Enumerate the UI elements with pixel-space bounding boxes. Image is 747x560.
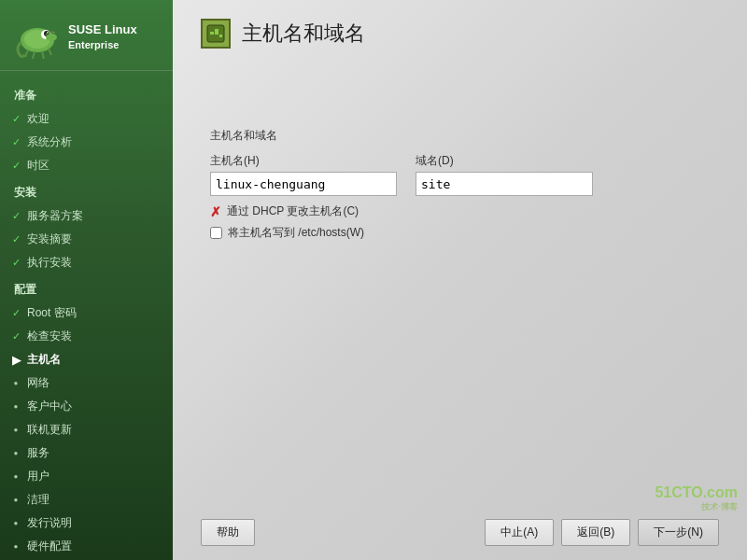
check-icon: ✓ (9, 233, 22, 245)
help-button[interactable]: 帮助 (201, 519, 255, 546)
domain-label: 域名(D) (416, 153, 593, 169)
nav-section-prepare: 准备 (0, 80, 173, 107)
check-icon: ✓ (9, 330, 22, 343)
sidebar-item-timezone[interactable]: ✓ 时区 (0, 154, 173, 177)
sidebar-item-services[interactable]: ● 服务 (0, 441, 173, 465)
svg-rect-12 (215, 29, 218, 35)
dot-icon: ● (9, 542, 22, 551)
main-content: 主机名和域名 主机名和域名 主机名(H) 域名(D) ✗ 通过 DHCP 更改主… (173, 0, 747, 560)
brand-text: SUSE Linux Enterprise (68, 22, 137, 51)
sidebar-item-release-notes[interactable]: ● 发行说明 (0, 511, 173, 535)
form-row-inputs: 主机名(H) 域名(D) (210, 153, 710, 196)
svg-line-7 (42, 51, 44, 59)
dot-icon: ● (9, 496, 22, 504)
main-header: 主机名和域名 (173, 0, 747, 63)
sidebar-item-hardware-config[interactable]: ● 硬件配置 (0, 535, 173, 558)
hosts-checkbox[interactable] (210, 227, 222, 239)
main-footer: 帮助 中止(A) 返回(B) 下一步(N) (173, 505, 747, 560)
check-icon: ✓ (9, 257, 22, 269)
sidebar-item-check-install[interactable]: ✓ 检查安装 (0, 325, 173, 348)
dot-icon: ● (9, 449, 22, 457)
sidebar-item-do-install[interactable]: ✓ 执行安装 (0, 251, 173, 274)
cancel-button[interactable]: 中止(A) (485, 519, 554, 546)
sidebar-item-hostname[interactable]: ▶ 主机名 (0, 348, 173, 371)
svg-point-9 (46, 34, 57, 41)
hosts-checkbox-item: 将主机名写到 /etc/hosts(W) (210, 225, 710, 241)
sidebar-item-server-plan[interactable]: ✓ 服务器方案 (0, 204, 173, 228)
sidebar-item-network[interactable]: ● 网络 (0, 371, 173, 395)
hostname-label: 主机名(H) (210, 153, 397, 169)
footer-right: 中止(A) 返回(B) 下一步(N) (485, 519, 719, 546)
nav-section-config: 配置 (0, 274, 173, 301)
nav-area: 准备 ✓ 欢迎 ✓ 系统分析 ✓ 时区 安装 ✓ 服务器方案 ✓ 安装摘要 ✓ … (0, 71, 173, 560)
sidebar-item-customer-center[interactable]: ● 客户中心 (0, 395, 173, 418)
main-body: 主机名和域名 主机名(H) 域名(D) ✗ 通过 DHCP 更改主机名(C) (173, 63, 747, 505)
check-icon: ✓ (9, 113, 22, 125)
back-button[interactable]: 返回(B) (561, 519, 630, 546)
svg-rect-13 (219, 35, 222, 37)
footer-left: 帮助 (201, 519, 255, 546)
sidebar-item-sysanalysis[interactable]: ✓ 系统分析 (0, 131, 173, 154)
header-icon (201, 19, 231, 49)
domain-field: 域名(D) (416, 153, 593, 196)
network-icon (206, 24, 225, 43)
sidebar-item-cleanup[interactable]: ● 洁理 (0, 488, 173, 511)
hostname-field: 主机名(H) (210, 153, 397, 196)
next-button[interactable]: 下一步(N) (638, 519, 719, 546)
svg-line-8 (49, 49, 51, 55)
sidebar-item-users[interactable]: ● 用户 (0, 465, 173, 488)
arrow-icon: ▶ (9, 354, 22, 367)
hostname-input[interactable] (210, 172, 397, 196)
nav-section-install: 安装 (0, 177, 173, 204)
suse-logo-icon (14, 14, 61, 61)
svg-line-5 (25, 49, 28, 57)
dot-icon: ● (9, 426, 22, 434)
form-section-title: 主机名和域名 (210, 128, 710, 144)
sidebar-item-online-update[interactable]: ● 联机更新 (0, 418, 173, 441)
sidebar-item-root-password[interactable]: ✓ Root 密码 (0, 301, 173, 325)
check-icon: ✓ (9, 210, 22, 222)
check-icon: ✓ (9, 307, 22, 319)
dhcp-row: ✗ 通过 DHCP 更改主机名(C) (210, 203, 710, 219)
page-title: 主机名和域名 (242, 20, 365, 48)
logo-area: SUSE Linux Enterprise (0, 0, 173, 71)
form-section: 主机名和域名 主机名(H) 域名(D) ✗ 通过 DHCP 更改主机名(C) (210, 128, 710, 241)
dot-icon: ● (9, 402, 22, 411)
check-icon: ✓ (9, 160, 22, 172)
sidebar: SUSE Linux Enterprise 准备 ✓ 欢迎 ✓ 系统分析 ✓ 时… (0, 0, 173, 560)
check-icon: ✓ (9, 136, 22, 148)
svg-line-6 (33, 51, 35, 59)
sidebar-item-welcome[interactable]: ✓ 欢迎 (0, 107, 173, 131)
dhcp-label: 通过 DHCP 更改主机名(C) (227, 203, 359, 219)
domain-input[interactable] (416, 172, 593, 196)
dot-icon: ● (9, 519, 22, 527)
hosts-label: 将主机名写到 /etc/hosts(W) (228, 225, 364, 241)
checkbox-area: ✗ 通过 DHCP 更改主机名(C) 将主机名写到 /etc/hosts(W) (210, 203, 710, 241)
dot-icon: ● (9, 472, 22, 481)
dot-icon: ● (9, 379, 22, 387)
sidebar-item-install-summary[interactable]: ✓ 安装摘要 (0, 228, 173, 251)
x-icon: ✗ (210, 204, 221, 219)
svg-rect-11 (210, 32, 214, 35)
